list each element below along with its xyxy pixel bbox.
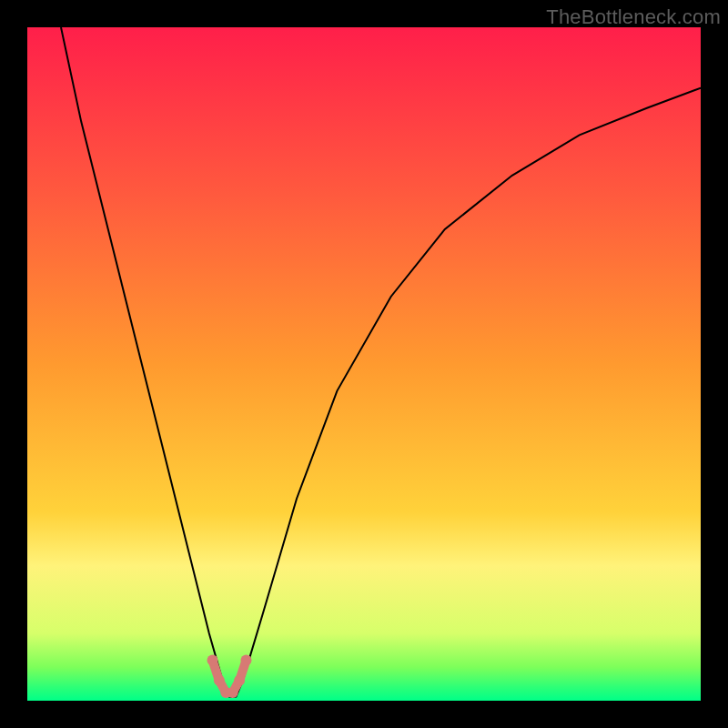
svg-point-1 [214, 675, 225, 686]
svg-point-0 [207, 655, 218, 666]
optimal-range-markers [207, 655, 252, 699]
plot-svg [27, 27, 701, 701]
plot-area [27, 27, 701, 701]
watermark-text: TheBottleneck.com [546, 5, 721, 29]
svg-point-4 [234, 675, 245, 686]
bottleneck-curve [61, 27, 701, 697]
svg-point-5 [241, 655, 252, 666]
svg-point-3 [228, 687, 238, 698]
